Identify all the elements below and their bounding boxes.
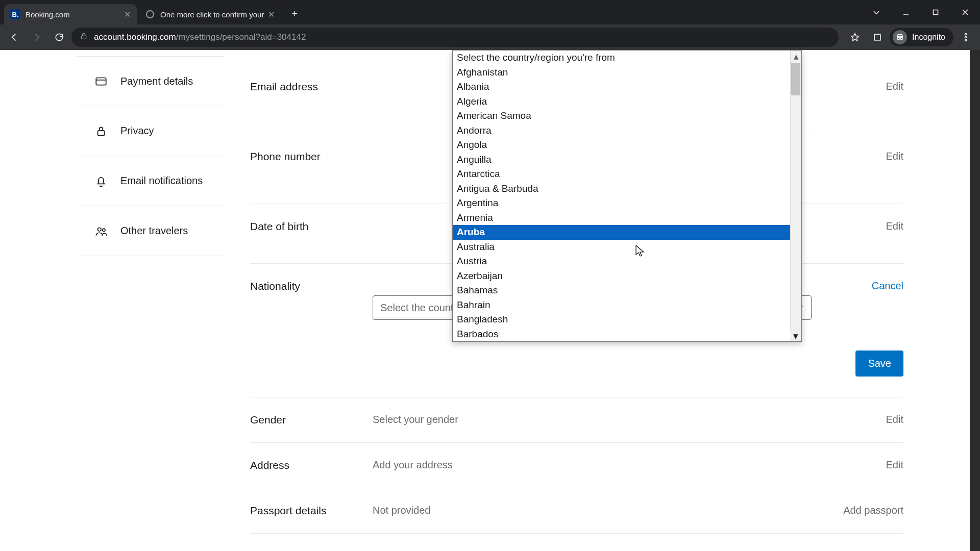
scroll-down-arrow[interactable]: ▾: [790, 330, 801, 341]
sidebar-item-label: Email notifications: [120, 175, 203, 187]
tab-strip: B. Booking.com ✕ One more click to confi…: [0, 0, 303, 24]
dropdown-option[interactable]: Antigua & Barbuda: [453, 182, 801, 196]
minimize-button[interactable]: [891, 2, 921, 22]
svg-point-4: [900, 37, 903, 40]
svg-rect-8: [96, 78, 106, 85]
dropdown-option[interactable]: Angola: [453, 138, 801, 153]
lock-icon: [80, 32, 88, 43]
window-controls: [862, 0, 980, 24]
svg-point-3: [897, 37, 900, 40]
svg-rect-9: [98, 130, 105, 135]
maximize-button[interactable]: [921, 2, 950, 22]
sidebar-item-label: Payment details: [120, 76, 193, 87]
page-scrollbar[interactable]: [970, 50, 980, 551]
field-label: Passport details: [250, 505, 373, 517]
dropdown-option[interactable]: Azerbaijan: [453, 269, 801, 284]
dropdown-option[interactable]: Armenia: [453, 211, 801, 226]
forward-button[interactable]: [27, 27, 47, 47]
dropdown-option[interactable]: Bahrain: [453, 298, 801, 313]
field-value: Select your gender: [373, 414, 812, 425]
edit-link[interactable]: Edit: [812, 81, 903, 92]
cancel-link[interactable]: Cancel: [812, 280, 903, 292]
page-content: Payment details Privacy Email notificati…: [0, 50, 980, 551]
sidebar-item-payment[interactable]: Payment details: [77, 56, 225, 106]
field-label: Address: [250, 459, 373, 471]
reload-button[interactable]: [49, 27, 69, 47]
sidebar-item-privacy[interactable]: Privacy: [77, 106, 225, 156]
tab-title: One more click to confirm your: [160, 10, 264, 19]
svg-point-6: [965, 37, 967, 38]
tab-confirm[interactable]: One more click to confirm your ✕: [139, 4, 281, 24]
svg-rect-2: [874, 34, 880, 40]
dropdown-option[interactable]: Select the country/region you're from: [453, 51, 801, 65]
browser-titlebar: B. Booking.com ✕ One more click to confi…: [0, 0, 980, 24]
favicon-generic: [145, 9, 155, 19]
close-window-button[interactable]: [950, 2, 980, 22]
url-path: /mysettings/personal?aid=304142: [176, 32, 306, 42]
dropdown-option[interactable]: Afghanistan: [453, 65, 801, 80]
incognito-label: Incognito: [912, 33, 945, 42]
add-passport-link[interactable]: Add passport: [812, 505, 903, 516]
sidebar-item-email-notifications[interactable]: Email notifications: [77, 156, 225, 206]
svg-point-11: [103, 229, 105, 231]
svg-rect-1: [81, 36, 86, 39]
dropdown-option[interactable]: Albania: [453, 80, 801, 94]
back-button[interactable]: [4, 27, 24, 47]
dropdown-option[interactable]: Austria: [453, 254, 801, 269]
field-label: Date of birth: [250, 220, 373, 233]
incognito-icon: [893, 30, 907, 44]
scroll-up-arrow[interactable]: ▴: [791, 51, 802, 62]
dropdown-option[interactable]: Anguilla: [453, 153, 801, 167]
dropdown-option[interactable]: Australia: [453, 240, 801, 255]
scroll-thumb[interactable]: [791, 63, 800, 95]
extensions-icon[interactable]: [867, 27, 888, 47]
chevron-down-icon[interactable]: [862, 2, 891, 22]
svg-point-10: [98, 228, 102, 231]
settings-sidebar: Payment details Privacy Email notificati…: [0, 56, 225, 534]
field-label: Gender: [250, 414, 373, 426]
dropdown-option[interactable]: Argentina: [453, 196, 801, 211]
bell-icon: [90, 174, 112, 188]
browser-toolbar: account.booking.com/mysettings/personal?…: [0, 24, 980, 50]
sidebar-item-other-travelers[interactable]: Other travelers: [77, 206, 225, 256]
url-host: account.booking.com: [94, 32, 176, 42]
field-value: Add your address: [373, 459, 812, 471]
save-row: Save: [250, 336, 903, 397]
dropdown-option[interactable]: Bangladesh: [453, 312, 801, 327]
edit-link[interactable]: Edit: [812, 151, 903, 162]
field-label: Nationality: [250, 280, 373, 292]
dropdown-option[interactable]: Bahamas: [453, 283, 801, 298]
dropdown-option[interactable]: Andorra: [453, 123, 801, 138]
nationality-dropdown[interactable]: ▴ ▾ Select the country/region you're fro…: [452, 50, 802, 342]
save-button[interactable]: Save: [855, 350, 903, 377]
new-tab-button[interactable]: +: [286, 5, 303, 22]
dropdown-option[interactable]: Antarctica: [453, 167, 801, 182]
field-value: Not provided: [373, 505, 812, 516]
menu-icon[interactable]: [955, 27, 976, 47]
users-icon: [90, 224, 112, 238]
field-label: Email address: [250, 81, 373, 93]
favicon-booking: B.: [10, 9, 20, 19]
credit-card-icon: [90, 74, 112, 88]
tab-title: Booking.com: [26, 10, 120, 19]
field-passport: Passport details Not provided Add passpo…: [250, 488, 903, 534]
close-icon[interactable]: ✕: [268, 10, 275, 19]
dropdown-option[interactable]: Barbados: [453, 327, 801, 342]
field-label: Phone number: [250, 151, 373, 163]
incognito-badge[interactable]: Incognito: [890, 28, 953, 46]
sidebar-item-label: Privacy: [120, 125, 154, 137]
star-icon[interactable]: [845, 27, 865, 47]
address-bar[interactable]: account.booking.com/mysettings/personal?…: [71, 28, 839, 47]
dropdown-option[interactable]: Algeria: [453, 94, 801, 109]
svg-rect-0: [934, 10, 938, 15]
dropdown-scrollbar[interactable]: ▴: [790, 51, 801, 341]
edit-link[interactable]: Edit: [812, 220, 903, 232]
close-icon[interactable]: ✕: [124, 10, 131, 19]
dropdown-option[interactable]: Aruba: [453, 225, 801, 240]
edit-link[interactable]: Edit: [812, 459, 903, 471]
tab-booking[interactable]: B. Booking.com ✕: [4, 4, 137, 24]
sidebar-item-label: Other travelers: [120, 225, 188, 237]
svg-point-7: [965, 39, 967, 41]
dropdown-option[interactable]: American Samoa: [453, 109, 801, 123]
edit-link[interactable]: Edit: [812, 414, 903, 425]
